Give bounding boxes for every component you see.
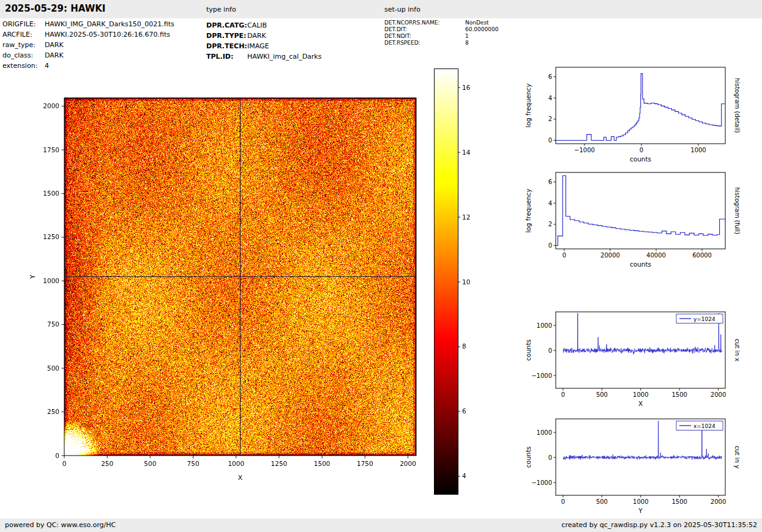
cut-in-x-plot: 0500100015002000−100001000Xcountscut in … bbox=[522, 307, 762, 416]
svg-text:1000: 1000 bbox=[43, 277, 59, 284]
footer-bar: powered by QC: www.eso.org/HC created by… bbox=[0, 519, 762, 532]
svg-text:0: 0 bbox=[562, 252, 566, 259]
svg-text:6: 6 bbox=[462, 407, 466, 415]
svg-text:1000: 1000 bbox=[633, 391, 648, 398]
svg-text:y=1024: y=1024 bbox=[693, 316, 715, 322]
svg-text:1750: 1750 bbox=[43, 146, 59, 153]
footer-right-text: created by qc_rawdisp.py v1.2.3 on 2025-… bbox=[561, 521, 757, 529]
colorbar-axes: 46810121416 bbox=[428, 64, 496, 504]
svg-text:1000: 1000 bbox=[228, 460, 244, 467]
svg-text:12: 12 bbox=[462, 213, 470, 221]
dpr-catg-value: CALIB bbox=[247, 21, 267, 29]
dpr-type-label: DPR.TYPE: bbox=[206, 32, 247, 40]
arcfile-label: ARCFILE: bbox=[2, 31, 32, 39]
rawtype-label: raw_type: bbox=[2, 41, 35, 49]
svg-text:0: 0 bbox=[561, 498, 565, 505]
svg-text:counts: counts bbox=[525, 339, 532, 361]
svg-text:250: 250 bbox=[101, 460, 113, 467]
header-bar: 2025-05-29: HAWKI type info set-up info bbox=[0, 0, 762, 18]
svg-text:500: 500 bbox=[596, 498, 608, 505]
det-rspeed-value: 8 bbox=[465, 39, 469, 47]
svg-text:X: X bbox=[238, 474, 243, 482]
type-info-heading: type info bbox=[206, 6, 236, 13]
svg-text:2000: 2000 bbox=[711, 498, 726, 505]
doclass-label: do_class: bbox=[2, 51, 33, 59]
dpr-catg-label: DPR.CATG: bbox=[206, 21, 247, 29]
svg-text:counts: counts bbox=[630, 260, 651, 268]
svg-text:14: 14 bbox=[462, 149, 471, 156]
svg-text:0: 0 bbox=[548, 347, 552, 354]
svg-text:0: 0 bbox=[561, 391, 565, 398]
svg-text:750: 750 bbox=[187, 460, 200, 467]
svg-text:1250: 1250 bbox=[43, 233, 59, 240]
svg-text:6: 6 bbox=[548, 73, 552, 80]
svg-text:4: 4 bbox=[548, 200, 552, 207]
svg-text:Y: Y bbox=[638, 507, 643, 514]
svg-text:2000: 2000 bbox=[711, 391, 726, 398]
svg-text:log frequency: log frequency bbox=[525, 83, 532, 127]
svg-text:4: 4 bbox=[462, 472, 466, 479]
svg-text:2000: 2000 bbox=[43, 102, 59, 109]
svg-text:2: 2 bbox=[548, 116, 552, 122]
origfile-value: HAWKI_IMG_DARK_Darks150_0021.fits bbox=[45, 20, 174, 28]
svg-text:8: 8 bbox=[462, 342, 466, 350]
svg-text:0: 0 bbox=[640, 147, 643, 153]
svg-text:1000: 1000 bbox=[633, 498, 648, 505]
svg-text:1000: 1000 bbox=[690, 147, 706, 153]
svg-text:2000: 2000 bbox=[400, 460, 416, 467]
arcfile-value: HAWKI.2025-05-30T10:26:16.670.fits bbox=[45, 31, 170, 39]
svg-text:1250: 1250 bbox=[271, 460, 288, 467]
svg-text:counts: counts bbox=[525, 446, 532, 468]
dpr-tech-value: IMAGE bbox=[247, 42, 269, 50]
page-title: 2025-05-29: HAWKI bbox=[5, 3, 105, 14]
svg-text:0: 0 bbox=[55, 452, 59, 459]
det-dit-value: 60.0000000 bbox=[465, 26, 498, 34]
svg-text:60000: 60000 bbox=[692, 252, 712, 259]
svg-text:0: 0 bbox=[548, 137, 552, 144]
svg-text:40000: 40000 bbox=[646, 252, 666, 259]
extension-label: extension: bbox=[2, 62, 37, 70]
svg-text:4: 4 bbox=[548, 95, 552, 102]
svg-text:16: 16 bbox=[462, 84, 471, 91]
rawtype-value: DARK bbox=[45, 41, 64, 49]
svg-text:1000: 1000 bbox=[537, 429, 552, 436]
svg-text:500: 500 bbox=[144, 460, 156, 467]
svg-text:6: 6 bbox=[548, 179, 552, 185]
cut-in-y-plot: 0500100015002000−100001000Ycountscut in … bbox=[522, 414, 762, 523]
tpl-id-value: HAWKI_img_cal_Darks bbox=[247, 53, 321, 61]
svg-text:Y: Y bbox=[29, 275, 37, 279]
svg-text:10: 10 bbox=[462, 278, 470, 286]
svg-text:1500: 1500 bbox=[671, 498, 687, 505]
svg-text:1500: 1500 bbox=[671, 391, 687, 398]
svg-text:counts: counts bbox=[630, 155, 651, 163]
svg-text:cut in x: cut in x bbox=[734, 339, 741, 361]
svg-text:X: X bbox=[638, 400, 643, 407]
svg-text:log frequency: log frequency bbox=[525, 188, 532, 232]
svg-text:2: 2 bbox=[548, 221, 552, 227]
svg-text:cut in y: cut in y bbox=[734, 446, 741, 468]
extension-value: 4 bbox=[45, 62, 49, 70]
histogram-full-plot: 02000040000600000246countslog frequencyh… bbox=[522, 168, 762, 276]
det-rspeed-label: DET.RSPEED: bbox=[384, 39, 420, 47]
dpr-type-value: DARK bbox=[247, 32, 266, 40]
footer-left-text: powered by QC: www.eso.org/HC bbox=[5, 521, 116, 529]
svg-text:250: 250 bbox=[47, 408, 59, 415]
svg-text:0: 0 bbox=[548, 454, 552, 461]
histogram-detail-plot: −1000010000246countslog frequencyhistogr… bbox=[522, 62, 762, 171]
svg-text:1500: 1500 bbox=[43, 190, 59, 197]
svg-text:20000: 20000 bbox=[600, 252, 620, 259]
svg-text:500: 500 bbox=[47, 364, 59, 372]
svg-text:1000: 1000 bbox=[537, 322, 552, 329]
svg-text:1500: 1500 bbox=[314, 460, 331, 467]
setup-info-heading: set-up info bbox=[384, 6, 420, 13]
svg-text:500: 500 bbox=[596, 391, 608, 398]
svg-text:−1000: −1000 bbox=[531, 372, 552, 379]
svg-text:histogram (detail): histogram (detail) bbox=[734, 78, 741, 133]
origfile-label: ORIGFILE: bbox=[2, 20, 35, 28]
svg-text:−1000: −1000 bbox=[574, 147, 595, 153]
svg-text:750: 750 bbox=[47, 320, 59, 328]
svg-text:x=1024: x=1024 bbox=[693, 423, 715, 429]
tpl-id-label: TPL.ID: bbox=[206, 53, 233, 61]
svg-text:histogram (full): histogram (full) bbox=[734, 187, 741, 234]
dpr-tech-label: DPR.TECH: bbox=[206, 42, 247, 50]
